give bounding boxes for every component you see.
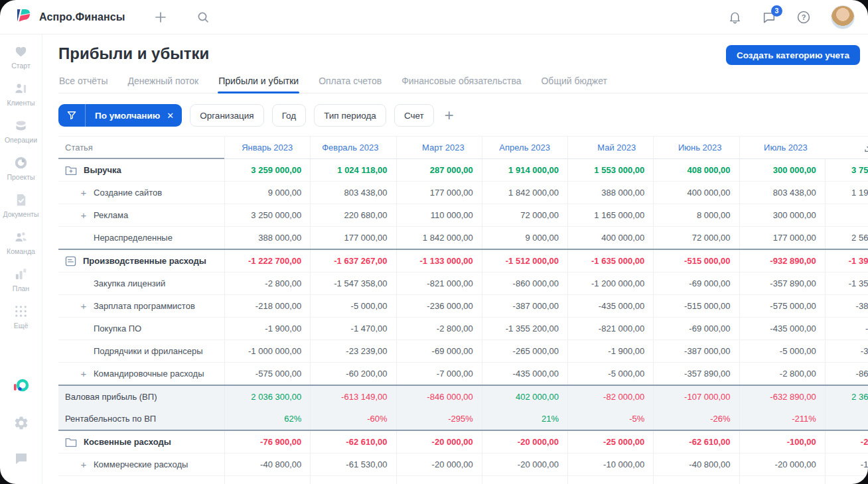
chat-icon[interactable]: 3 xyxy=(762,10,776,25)
month-column-header[interactable]: Апрель 2023 xyxy=(482,137,567,159)
table-row[interactable]: Валовая прибыль (ВП)2 036 300,00-613 149… xyxy=(58,385,868,408)
tab-общий-бюджет[interactable]: Общий бюджет xyxy=(540,72,607,93)
value-cell: -1 637 267,00 xyxy=(310,250,396,272)
value-cell: -1 000 000,00 xyxy=(224,340,310,362)
table-row[interactable]: +Реклама3 250 000,00220 680,00110 000,00… xyxy=(58,204,868,226)
filter-chip[interactable]: Счет xyxy=(394,104,434,127)
report-tabs: Все отчётыДенежный потокПрибыли и убытки… xyxy=(58,72,868,93)
table-row[interactable]: Косвенные расходы-76 900,00-62 610,00-20… xyxy=(58,430,868,453)
value-cell: -218 000,00 xyxy=(224,295,310,317)
value-cell: -387 000,00 xyxy=(482,295,567,317)
table-row[interactable]: +Управленческие расходы-36 100,00-1 080,… xyxy=(58,475,868,484)
value-cell: 2 564 000,00 xyxy=(825,227,868,249)
sidebar-item-план[interactable]: План xyxy=(3,267,38,292)
sidebar-item-старт[interactable]: Старт xyxy=(3,44,38,70)
row-label: Покупка ПО xyxy=(94,324,141,333)
table-row[interactable]: +Командировочные расходы-575 000,00-60 2… xyxy=(58,362,868,385)
month-column-header[interactable]: Июль 2023 xyxy=(739,137,825,159)
table-row[interactable]: Покупка ПО-1 900,00-1 470,00-2 800,00-1 … xyxy=(58,317,868,339)
month-column-header[interactable]: Февраль 2023 xyxy=(310,137,396,159)
search-icon[interactable] xyxy=(196,11,210,24)
value-cell: -295% xyxy=(396,408,482,430)
table-row[interactable]: Закупка лицензий-2 800,00-1 547 358,00-8… xyxy=(58,272,868,294)
value-cell: 2 366 800,00 xyxy=(825,386,868,408)
row-label-cell: Выручка xyxy=(58,159,224,181)
add-icon[interactable] xyxy=(154,11,167,24)
sidebar-item-операции[interactable]: Операции xyxy=(3,118,38,144)
row-label-cell: Производственные расходы xyxy=(58,250,224,272)
note-icon[interactable] xyxy=(65,256,76,267)
brand[interactable]: Аспро.Финансы xyxy=(15,7,125,27)
sidebar-item-проекты[interactable]: Проекты xyxy=(3,155,38,181)
expand-icon[interactable]: + xyxy=(79,459,88,470)
tab-прибыли-и-убытки[interactable]: Прибыли и убытки xyxy=(218,72,299,93)
tab-все-отчёты[interactable]: Все отчёты xyxy=(58,72,108,93)
value-cell: -265 000,00 xyxy=(482,340,567,362)
bell-icon[interactable] xyxy=(728,10,742,24)
folder-icon[interactable] xyxy=(65,437,77,448)
filter-chip[interactable]: Год xyxy=(272,104,307,127)
sidebar-item-клиенты[interactable]: Клиенты xyxy=(3,81,38,107)
month-column-header[interactable]: Июнь 2023 xyxy=(653,137,739,159)
value-cell: -1 900,00 xyxy=(567,340,653,362)
tab-денежный-поток[interactable]: Денежный поток xyxy=(127,72,199,93)
value-cell: 1 842 000,00 xyxy=(482,182,567,204)
value-cell: -69 000,00 xyxy=(653,272,739,294)
tab-оплата-счетов[interactable]: Оплата счетов xyxy=(318,72,382,93)
value-cell: -515 000,00 xyxy=(653,250,739,272)
table-row[interactable]: Производственные расходы-1 222 700,00-1 … xyxy=(58,249,868,272)
folder-plus-icon[interactable] xyxy=(65,165,77,176)
value-cell: -575 000,00 xyxy=(224,363,310,385)
create-category-button[interactable]: Создать категорию учета xyxy=(726,45,860,65)
sidebar-item-команда[interactable]: Команда xyxy=(3,229,38,255)
brand-mini-logo[interactable] xyxy=(13,378,30,398)
month-column-header[interactable]: Май 2023 xyxy=(567,137,653,159)
table-row[interactable]: Рентабельность по ВП62%-60%-295%21%-5%-2… xyxy=(58,408,868,430)
expand-icon[interactable]: + xyxy=(79,368,88,379)
month-column-header[interactable]: Март 2023 xyxy=(396,137,482,159)
table-row[interactable]: Выручка3 259 000,001 024 118,00287 000,0… xyxy=(58,159,868,181)
remove-filter-icon[interactable]: ✕ xyxy=(165,111,182,121)
documents-icon xyxy=(13,192,29,208)
value-cell: 62% xyxy=(224,408,310,430)
table-row[interactable]: Нераспределенные388 000,00177 000,001 84… xyxy=(58,226,868,249)
sidebar-item-ещё[interactable]: Ещё xyxy=(3,304,38,330)
table-row[interactable]: Подрядчики и фрилансеры-1 000 000,00-23 … xyxy=(58,339,868,362)
user-avatar[interactable] xyxy=(831,5,855,29)
feedback-icon[interactable] xyxy=(13,451,29,469)
row-label-cell: Косвенные расходы xyxy=(58,431,224,453)
table-row[interactable]: +Создание сайтов9 000,00803 438,00177 00… xyxy=(58,181,868,204)
help-icon[interactable]: ? xyxy=(796,10,811,25)
value-cell: -575 000,00 xyxy=(739,295,825,317)
add-filter-icon[interactable]: + xyxy=(445,109,454,122)
value-cell: -860 000,00 xyxy=(825,363,868,385)
row-label: Производственные расходы xyxy=(83,256,206,266)
value-cell: 803 438,00 xyxy=(739,182,825,204)
svg-text:?: ? xyxy=(802,13,806,21)
download-icon[interactable] xyxy=(863,142,868,154)
gear-icon[interactable] xyxy=(13,415,29,434)
tab-финансовые-обязательства[interactable]: Финансовые обязательства xyxy=(401,72,522,93)
filter-chip[interactable]: Тип периода xyxy=(314,104,386,127)
value-cell: 1 842 000,00 xyxy=(396,227,482,249)
expand-icon[interactable]: + xyxy=(79,210,88,221)
expand-icon[interactable]: + xyxy=(79,187,88,198)
sidebar-item-label: Ещё xyxy=(14,322,28,330)
value-cell: 400 000,00 xyxy=(653,182,739,204)
value-cell: -1 635 000,00 xyxy=(567,250,653,272)
expand-icon[interactable]: + xyxy=(79,481,88,484)
expand-icon[interactable]: + xyxy=(79,300,88,312)
active-filter-chip[interactable]: По умолчанию ✕ xyxy=(58,104,182,127)
page-title: Прибыли и убытки xyxy=(58,44,209,64)
sidebar-item-документы[interactable]: Документы xyxy=(3,192,38,218)
table-row[interactable]: +Коммерческие расходы-40 800,00-61 530,0… xyxy=(58,453,868,475)
value-cell: 388 000,00 xyxy=(224,227,310,249)
value-cell: -5 000,00 xyxy=(739,340,825,362)
brand-name: Аспро.Финансы xyxy=(39,11,125,23)
value-cell: -632 890,00 xyxy=(739,386,825,408)
filter-chip[interactable]: Организация xyxy=(190,104,263,127)
month-column-header[interactable]: Январь 2023 xyxy=(224,137,310,159)
table-row[interactable]: +Зарплата программистов-218 000,00-5 000… xyxy=(58,294,868,317)
row-label: Зарплата программистов xyxy=(94,301,195,311)
value-cell: -2 800,00 xyxy=(825,318,868,339)
